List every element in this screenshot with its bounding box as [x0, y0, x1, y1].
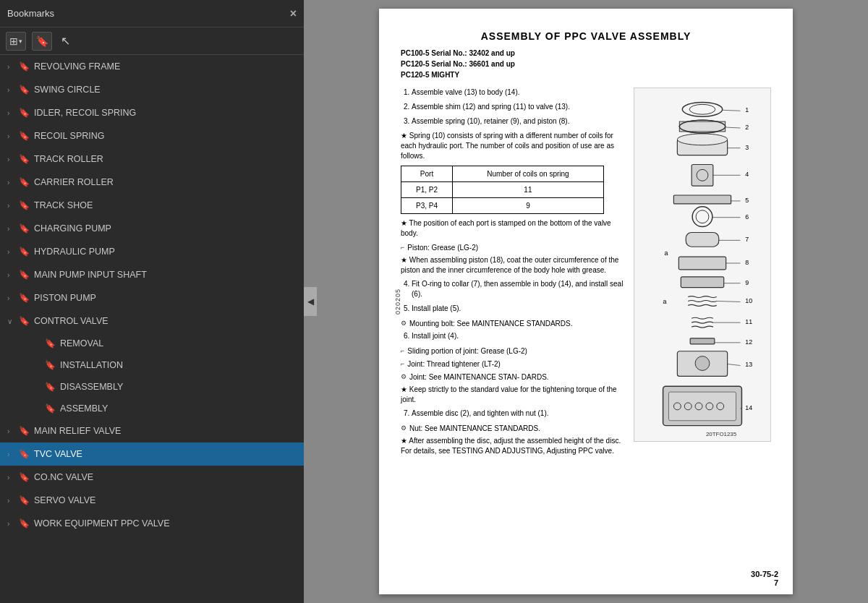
bookmark-icon: 🔖 — [19, 223, 30, 234]
part-14-label: 14 — [745, 404, 752, 411]
bookmark-item-co-nc-valve[interactable]: ›🔖CO.NC VALVE — [0, 466, 304, 489]
document-title: ASSEMBLY OF PPC VALVE ASSEMBLY — [401, 30, 771, 42]
bookmark-item-control-valve[interactable]: ∨🔖CONTROL VALVE — [0, 309, 304, 333]
chevron-icon: ∨ — [7, 317, 16, 325]
chevron-icon: › — [7, 225, 16, 233]
bookmarks-title: Bookmarks — [7, 8, 54, 19]
bookmark-icon: 🔖 — [19, 154, 30, 164]
bookmark-label: HYDRAULIC PUMP — [34, 247, 115, 257]
wrench-icon-3: ⚙ — [401, 424, 407, 434]
svg-rect-18 — [686, 232, 719, 247]
bookmark-icon: 🔖 — [19, 177, 30, 187]
part-9-label: 9 — [745, 279, 749, 286]
grease-icon-2: ⌐ — [401, 346, 404, 356]
mounting-note: ⚙ Mounting bolt: See MAINTENANCE STANDAR… — [401, 318, 626, 329]
bookmark-item-removal[interactable]: 🔖REMOVAL — [0, 333, 304, 354]
bookmark-item-track-roller[interactable]: ›🔖TRACK ROLLER — [0, 147, 304, 171]
bookmark-icon: 🔖 — [19, 131, 30, 141]
star-note-2: The position of each port is stamped on … — [401, 218, 626, 239]
chevron-icon: › — [7, 271, 16, 279]
chevron-icon: › — [7, 474, 16, 482]
nut-note: ⚙ Nut: See MAINTENANCE STANDARDS. — [401, 423, 626, 434]
chevron-icon: › — [7, 132, 16, 140]
chevron-icon: › — [7, 155, 16, 163]
joint-label-3: Joint: See MAINTENANCE STAN- DARDS. — [409, 372, 549, 382]
bookmark-icon: 🔖 — [45, 403, 56, 414]
grid-view-button[interactable]: ⊞ ▾ — [6, 32, 26, 51]
svg-line-2 — [723, 110, 741, 111]
bookmark-label: REVOLVING FRAME — [34, 61, 120, 72]
bookmark-label: INSTALLATION — [60, 360, 123, 370]
page-num-sub: 7 — [751, 578, 778, 587]
bookmark-label: CHARGING PUMP — [34, 223, 111, 234]
table-cell-port-2: P3, P4 — [401, 198, 453, 214]
bookmark-item-revolving-frame[interactable]: ›🔖REVOLVING FRAME — [0, 55, 304, 78]
bookmark-label: MAIN PUMP INPUT SHAFT — [34, 270, 147, 280]
part-4-label: 4 — [745, 171, 749, 178]
bookmark-item-piston-pump[interactable]: ›🔖PISTON PUMP — [0, 286, 304, 309]
port-a-label-1: a — [665, 249, 668, 257]
part-6-label: 6 — [745, 213, 749, 221]
svg-point-29 — [695, 356, 710, 371]
chevron-icon: › — [7, 294, 16, 302]
part-1-label: 1 — [745, 106, 749, 114]
bookmark-item-servo-valve[interactable]: ›🔖SERVO VALVE — [0, 489, 304, 512]
table-header-coils: Number of coils on spring — [453, 166, 604, 182]
chevron-icon: › — [7, 497, 16, 505]
chevron-icon: › — [7, 427, 16, 435]
bookmark-item-hydraulic-pump[interactable]: ›🔖HYDRAULIC PUMP — [0, 240, 304, 263]
svg-rect-20 — [678, 257, 726, 270]
bookmark-icon: 🔖 — [19, 518, 30, 529]
collapse-panel-button[interactable]: ◀ — [304, 287, 317, 316]
bookmark-item-installation[interactable]: 🔖INSTALLATION — [0, 354, 304, 376]
wrench-icon-2: ⚙ — [401, 372, 407, 382]
nut-label: Nut: See MAINTENANCE STANDARDS. — [409, 423, 540, 434]
bookmark-label: MAIN RELIEF VALVE — [34, 426, 121, 436]
step-7: Assemble disc (2), and tighten with nut … — [412, 409, 626, 419]
step-1: Assemble valve (13) to body (14). — [412, 87, 626, 98]
subtitle-line-2: PC120-5 Serial No.: 36601 and up — [401, 59, 771, 69]
joint-note-3: ⚙ Joint: See MAINTENANCE STAN- DARDS. — [401, 372, 626, 382]
side-label: 020205 — [394, 288, 401, 315]
bookmark-item-recoil-spring[interactable]: ›🔖RECOIL SPRING — [0, 124, 304, 147]
bookmark-item-work-equipment-ppc-valve[interactable]: ›🔖WORK EQUIPMENT PPC VALVE — [0, 512, 304, 535]
svg-point-15 — [692, 207, 712, 227]
grid-icon: ⊞ — [9, 35, 18, 47]
bookmark-item-tvc-valve[interactable]: ›🔖TVC VALVE — [0, 442, 304, 466]
table-cell-coils-2: 9 — [453, 198, 604, 214]
chevron-icon: › — [7, 179, 16, 187]
wrench-icon-1: ⚙ — [401, 319, 407, 329]
bookmarks-panel: Bookmarks × ⊞ ▾ 🔖 ↖ ›🔖REVOLVING FRAME›🔖S… — [0, 0, 304, 603]
bookmark-label: PISTON PUMP — [34, 293, 96, 303]
bookmark-item-swing-circle[interactable]: ›🔖SWING CIRCLE — [0, 78, 304, 101]
part-13-label: 13 — [745, 361, 752, 368]
bookmark-item-assembly[interactable]: 🔖ASSEMBLY — [0, 398, 304, 419]
joint-label-1: Sliding portion of joint: Grease (LG-2) — [407, 346, 527, 356]
new-bookmark-button[interactable]: 🔖 — [32, 32, 52, 51]
bookmark-item-carrier-roller[interactable]: ›🔖CARRIER ROLLER — [0, 171, 304, 194]
part-2-label: 2 — [745, 124, 749, 131]
bookmark-item-main-pump-input-shaft[interactable]: ›🔖MAIN PUMP INPUT SHAFT — [0, 263, 304, 286]
part-8-label: 8 — [745, 259, 749, 266]
step-4: Fit O-ring to collar (7), then assemble … — [412, 279, 626, 299]
part-5-label: 5 — [745, 197, 749, 204]
step-list-3: Install joint (4). — [401, 331, 626, 341]
bookmark-item-idler-recoil-spring[interactable]: ›🔖IDLER, RECOIL SPRING — [0, 101, 304, 124]
bookmark-item-track-shoe[interactable]: ›🔖TRACK SHOE — [0, 194, 304, 217]
table-header-port: Port — [401, 166, 453, 182]
bookmark-item-main-relief-valve[interactable]: ›🔖MAIN RELIEF VALVE — [0, 419, 304, 442]
bookmark-item-disassembly[interactable]: 🔖DISASSEMBLY — [0, 376, 304, 398]
bookmark-item-charging-pump[interactable]: ›🔖CHARGING PUMP — [0, 217, 304, 240]
chevron-icon: › — [7, 450, 16, 458]
bookmark-label: TRACK ROLLER — [34, 154, 103, 164]
table-cell-coils-1: 11 — [453, 182, 604, 198]
bookmark-label: CO.NC VALVE — [34, 472, 93, 482]
port-a-label-2: a — [663, 298, 667, 305]
close-icon[interactable]: × — [290, 7, 297, 20]
step-3: Assemble spring (10), retainer (9), and … — [412, 116, 626, 127]
part-7-label: 7 — [745, 236, 749, 243]
bookmark-label: IDLER, RECOIL SPRING — [34, 108, 136, 118]
bookmark-label: DISASSEMBLY — [60, 382, 123, 392]
dropdown-arrow-icon: ▾ — [19, 38, 22, 45]
bookmark-label: RECOIL SPRING — [34, 131, 104, 141]
